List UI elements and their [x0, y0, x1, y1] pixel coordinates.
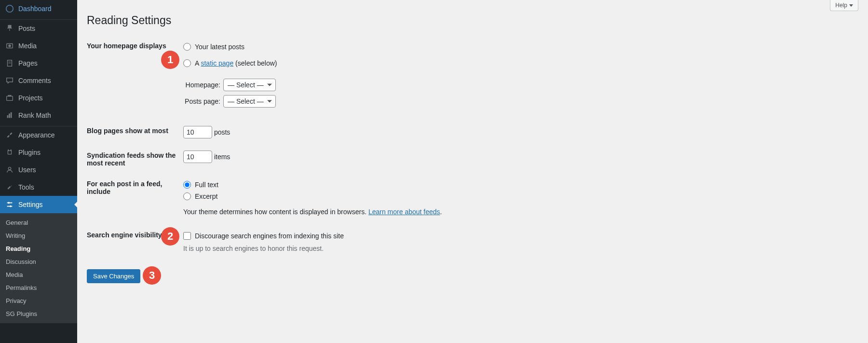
settings-submenu: General Writing Reading Discussion Media… — [0, 213, 77, 323]
svg-point-1 — [8, 44, 11, 47]
radio-excerpt-label: Excerpt — [195, 192, 217, 200]
syndication-label: Syndication feeds show the most recent — [87, 151, 183, 167]
users-icon — [5, 165, 14, 175]
sidebar-item-appearance[interactable]: Appearance — [0, 126, 77, 144]
submenu-item-general[interactable]: General — [0, 216, 77, 229]
radio-full-text[interactable] — [183, 181, 191, 189]
settings-icon — [5, 200, 14, 209]
svg-rect-7 — [8, 96, 11, 96]
sidebar-item-projects[interactable]: Projects — [0, 89, 77, 107]
rank-icon — [5, 110, 14, 120]
main-content: Help Reading Settings Your homepage disp… — [77, 0, 868, 343]
svg-point-14 — [8, 167, 11, 170]
plug-icon — [5, 148, 14, 157]
page-title: Reading Settings — [87, 10, 858, 29]
sidebar-item-label: Settings — [18, 201, 43, 208]
sidebar-item-label: Posts — [18, 25, 35, 32]
svg-rect-11 — [8, 151, 11, 154]
sidebar-item-label: Projects — [18, 94, 43, 102]
sidebar-item-label: Users — [18, 166, 36, 174]
submenu-item-media[interactable]: Media — [0, 268, 77, 281]
sidebar-item-tools[interactable]: Tools — [0, 178, 77, 196]
sidebar-item-posts[interactable]: Posts — [0, 20, 77, 37]
homepage-label: Your homepage displays — [87, 41, 183, 50]
search-visibility-note: It is up to search engines to honor this… — [183, 245, 854, 252]
chevron-down-icon — [849, 4, 853, 7]
sidebar-item-label: Pages — [18, 59, 38, 67]
blog-pages-label: Blog pages show at most — [87, 126, 183, 135]
sidebar-item-label: Dashboard — [18, 5, 52, 13]
discourage-checkbox[interactable] — [183, 232, 191, 240]
sidebar-item-label: Media — [18, 42, 37, 50]
svg-rect-8 — [7, 115, 9, 118]
sidebar-item-label: Plugins — [18, 149, 41, 156]
pin-icon — [5, 24, 14, 33]
radio-latest-posts-label: Your latest posts — [195, 43, 244, 51]
discourage-label: Discourage search engines from indexing … — [195, 232, 344, 240]
brush-icon — [5, 130, 14, 140]
syndication-suffix: items — [214, 153, 230, 161]
syndication-row: Syndication feeds show the most recent i… — [87, 146, 858, 172]
callout-marker-3: 3 — [143, 266, 161, 285]
sidebar-item-rank-math[interactable]: Rank Math — [0, 107, 77, 124]
save-button[interactable]: Save Changes — [87, 269, 140, 283]
submenu-item-writing[interactable]: Writing — [0, 229, 77, 242]
radio-static-page[interactable] — [183, 59, 191, 67]
help-label: Help — [835, 2, 847, 9]
submenu-item-privacy[interactable]: Privacy — [0, 294, 77, 307]
submenu-item-discussion[interactable]: Discussion — [0, 255, 77, 268]
svg-rect-9 — [9, 113, 10, 118]
submenu-item-reading[interactable]: Reading — [0, 242, 77, 255]
radio-latest-posts[interactable] — [183, 43, 191, 51]
briefcase-icon — [5, 93, 14, 103]
radio-full-text-label: Full text — [195, 181, 218, 189]
help-button[interactable]: Help — [830, 0, 858, 11]
sidebar-item-settings[interactable]: Settings — [0, 196, 77, 213]
admin-sidebar: Dashboard Posts Media Pages Comments Pro… — [0, 0, 77, 343]
sidebar-item-label: Comments — [18, 77, 51, 84]
svg-point-16 — [8, 202, 10, 204]
homepage-select[interactable]: — Select — — [223, 79, 276, 91]
posts-page-select[interactable]: — Select — — [223, 95, 276, 108]
callout-marker-1: 1 — [161, 51, 179, 69]
sidebar-item-label: Appearance — [18, 131, 55, 139]
submenu-item-permalinks[interactable]: Permalinks — [0, 281, 77, 294]
submenu-item-sg-plugins[interactable]: SG Plugins — [0, 307, 77, 320]
dashboard-icon — [5, 4, 14, 14]
homepage-displays-row: Your homepage displays 1 Your latest pos… — [87, 34, 858, 119]
tools-icon — [5, 182, 14, 192]
page-icon — [5, 58, 14, 68]
blog-pages-suffix: posts — [214, 128, 230, 136]
sidebar-item-label: Tools — [18, 183, 34, 191]
sidebar-item-media[interactable]: Media — [0, 37, 77, 55]
media-icon — [5, 41, 14, 51]
radio-static-page-label: A static page (select below) — [195, 59, 277, 67]
radio-excerpt[interactable] — [183, 192, 191, 200]
sidebar-item-users[interactable]: Users — [0, 161, 77, 178]
svg-point-18 — [10, 206, 12, 207]
comments-icon — [5, 76, 14, 85]
search-visibility-row: Search engine visibility 2 Discourage se… — [87, 223, 858, 260]
feed-include-row: For each post in a feed, include Full te… — [87, 172, 858, 223]
callout-marker-2: 2 — [161, 227, 179, 246]
homepage-select-label: Homepage: — [183, 81, 220, 89]
posts-page-select-label: Posts page: — [183, 97, 220, 105]
sidebar-item-dashboard[interactable]: Dashboard — [0, 0, 77, 17]
learn-more-feeds-link[interactable]: Learn more about feeds — [368, 208, 440, 216]
feed-include-label: For each post in a feed, include — [87, 179, 183, 195]
sidebar-item-plugins[interactable]: Plugins — [0, 144, 77, 161]
sidebar-item-label: Rank Math — [18, 111, 51, 119]
sidebar-item-pages[interactable]: Pages — [0, 55, 77, 72]
syndication-input[interactable] — [183, 151, 212, 163]
sidebar-item-comments[interactable]: Comments — [0, 72, 77, 89]
blog-pages-row: Blog pages show at most posts — [87, 119, 858, 146]
blog-pages-input[interactable] — [183, 126, 212, 138]
svg-rect-10 — [11, 112, 12, 118]
feed-theme-note: Your theme determines how content is dis… — [183, 208, 854, 216]
svg-rect-6 — [7, 96, 13, 100]
static-page-link[interactable]: static page — [201, 59, 233, 67]
